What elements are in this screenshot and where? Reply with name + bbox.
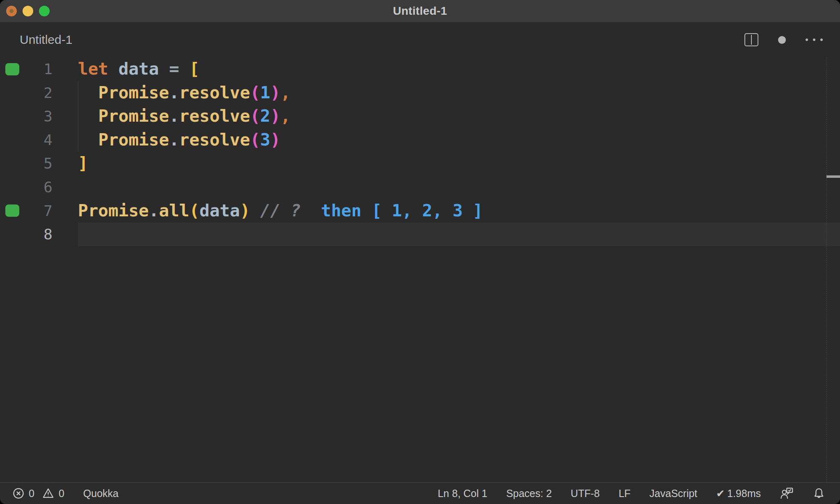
- tab-untitled-1[interactable]: Untitled-1: [20, 33, 72, 47]
- eol-setting[interactable]: LF: [619, 483, 630, 504]
- code-token: 1: [260, 83, 270, 102]
- encoding-setting[interactable]: UTF-8: [571, 483, 600, 504]
- code-token: Promise: [98, 130, 169, 150]
- cursor-position[interactable]: Ln 8, Col 1: [438, 483, 487, 504]
- feedback-button[interactable]: [780, 483, 794, 504]
- code-token: resolve: [179, 83, 250, 102]
- code-line[interactable]: Promise.resolve(2),: [0, 104, 840, 128]
- code-token: resolve: [179, 130, 250, 150]
- code-token: Promise: [98, 106, 169, 126]
- code-token: ): [240, 201, 250, 220]
- code-token: (: [250, 130, 260, 150]
- code-token: ,: [281, 83, 291, 102]
- code-token: .: [149, 201, 159, 220]
- editor-actions: [744, 33, 823, 46]
- code-token: .: [169, 83, 179, 102]
- code-token: [78, 106, 98, 126]
- code-token: (: [250, 106, 260, 126]
- code-token: // ?: [260, 201, 301, 220]
- language-mode[interactable]: JavaScript: [649, 483, 697, 504]
- warning-icon: [42, 487, 55, 499]
- editor[interactable]: 12345678 let data = [ Promise.resolve(1)…: [0, 57, 840, 482]
- notifications-button[interactable]: [813, 483, 825, 504]
- code-line[interactable]: Promise.resolve(3): [0, 128, 840, 152]
- code-token: (: [189, 201, 200, 220]
- code-token: [78, 83, 98, 102]
- problems-indicator[interactable]: 0 0: [12, 483, 68, 504]
- code-line[interactable]: Promise.all(data) // ? then [ 1, 2, 3 ]: [0, 199, 840, 223]
- code-token: =: [169, 59, 179, 79]
- ruler-cursor-marker: [826, 175, 840, 178]
- error-count: 0: [29, 488, 34, 499]
- code-token: .: [169, 106, 179, 126]
- code-line[interactable]: Promise.resolve(1),: [0, 81, 840, 105]
- error-icon: [12, 487, 25, 499]
- code-token: 2: [260, 106, 270, 126]
- code-token: let: [78, 59, 108, 79]
- code-line[interactable]: ]: [0, 152, 840, 175]
- code-token: [301, 201, 321, 220]
- feedback-person-icon: [780, 487, 794, 500]
- overview-ruler[interactable]: [826, 57, 840, 482]
- code-token: [78, 130, 98, 150]
- code-token: ): [270, 83, 281, 102]
- code-token: ): [270, 130, 281, 150]
- code-token: ): [270, 106, 281, 126]
- code-token: resolve: [179, 106, 250, 126]
- code-token: Promise: [98, 83, 169, 102]
- code-token: .: [169, 130, 179, 150]
- code-token: [250, 201, 260, 220]
- split-editor-icon[interactable]: [744, 33, 758, 46]
- quokka-run-time[interactable]: ✔ 1.98ms: [716, 483, 761, 504]
- editor-header: Untitled-1: [0, 22, 840, 57]
- code-token: data: [199, 201, 240, 220]
- indentation-setting[interactable]: Spaces: 2: [506, 483, 552, 504]
- code-token: (: [250, 83, 260, 102]
- code-token: [159, 59, 169, 79]
- code-token: Promise: [78, 201, 149, 220]
- window-title: Untitled-1: [0, 5, 840, 18]
- code-token: data: [119, 59, 159, 79]
- vscode-window: Untitled-1 Untitled-1 12345678 let data …: [0, 0, 840, 504]
- code-token: [: [189, 59, 200, 79]
- bell-icon: [813, 487, 825, 500]
- code-line[interactable]: [0, 175, 840, 199]
- titlebar[interactable]: Untitled-1: [0, 0, 840, 22]
- check-icon: ✔: [716, 488, 725, 499]
- code-line[interactable]: let data = [: [0, 57, 840, 81]
- code-token: ]: [78, 153, 88, 173]
- status-bar: 0 0 Quokka Ln 8, Col 1 Spaces: 2: [0, 482, 840, 504]
- warning-count: 0: [59, 488, 64, 499]
- code-token: then [ 1, 2, 3 ]: [321, 201, 483, 220]
- code-token: ,: [281, 106, 291, 126]
- code-token: [108, 59, 119, 79]
- modified-indicator-dot[interactable]: [778, 36, 786, 44]
- quokka-status[interactable]: Quokka: [83, 483, 119, 504]
- more-actions-icon[interactable]: [806, 37, 823, 43]
- code-token: 3: [260, 130, 270, 150]
- code-line[interactable]: [0, 222, 840, 246]
- code-lines: let data = [ Promise.resolve(1), Promise…: [0, 57, 840, 246]
- code-token: [179, 59, 189, 79]
- code-token: all: [159, 201, 189, 220]
